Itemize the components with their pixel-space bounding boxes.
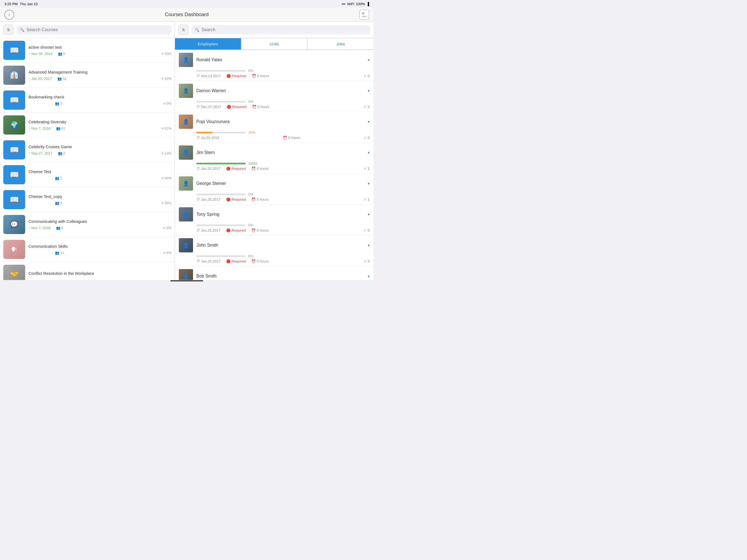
course-search-wrapper[interactable]: 🔍: [17, 25, 172, 34]
employee-meta: ⏱ Jan,25,2017 🔴 Required ⏰ 0 hours ✓ 0: [196, 259, 370, 263]
course-item[interactable]: 📖 active shooter test ↑ Nov 30, 2018 👥 5: [0, 38, 175, 63]
employee-name: Damon Warren: [196, 88, 364, 93]
course-search-input[interactable]: [27, 27, 168, 32]
check-icon: ✓: [364, 105, 367, 109]
employee-item[interactable]: 👤 John Smith ▾ 0% ⏱ Jan,25,2017: [175, 235, 374, 266]
tab-units[interactable]: Units: [241, 38, 308, 50]
tab-employees[interactable]: Employees: [175, 38, 241, 50]
employee-meta: ⏱ Jan,25,2017 🔴 Required ⏰ 0 hours ✓ 0: [196, 228, 370, 232]
course-progress: ≡ 81%: [161, 126, 172, 130]
employee-item[interactable]: 👤 George Steiner ▾ 0% ⏱ Jan,25,2017: [175, 174, 374, 205]
progress-icon: ≡: [161, 126, 163, 130]
employee-item[interactable]: 👤 Ronald Yates ▾ 0% ⏱ Nov,13,2017: [175, 50, 374, 81]
employee-header: 👤 Ronald Yates ▾: [179, 53, 370, 67]
users-icon: 👥: [56, 226, 60, 230]
employee-item[interactable]: 👤 Jim Stern ▾ 100% ⏱ Jan,25,2017: [175, 143, 374, 174]
progress-icon: ≡: [161, 151, 163, 155]
course-item[interactable]: 💬 Communicating with Colleagues ↑ Nov 7,…: [0, 212, 175, 237]
course-thumbnail: 📖: [3, 91, 25, 110]
course-title: Communicating with Colleagues: [28, 219, 172, 224]
course-progress: ≡ 10%: [161, 77, 172, 81]
course-date: ↑ Jan 25, 2017: [28, 77, 52, 81]
arrow-up-icon: ↑: [28, 151, 30, 155]
chevron-down-icon: ▾: [368, 58, 370, 62]
employee-search-input[interactable]: [202, 27, 367, 32]
employee-item[interactable]: 👤 Tony Spring ▾ 0% ⏱ Jan,25,2017: [175, 205, 374, 235]
course-meta: ↑ Nov 30, 2018 👥 5 ≡ 20%: [28, 52, 172, 56]
arrow-up-icon: ↑: [28, 52, 30, 56]
employee-hours: ⏰ 0 hours: [283, 136, 300, 140]
employee-avatar: 👤: [179, 53, 193, 67]
tab-employees-label: Employees: [198, 42, 218, 46]
employee-name: Jim Stern: [196, 150, 364, 155]
course-item[interactable]: 📖 Cheese Test ↑ placeholder 👥 2 ≡ 56%: [0, 162, 175, 187]
employee-required: 🔴 Required: [226, 198, 246, 202]
employee-name: George Steiner: [196, 181, 364, 186]
back-button[interactable]: ‹: [4, 10, 14, 20]
employee-hours: ⏰ 0 hours: [251, 198, 268, 202]
course-date: ↑ Sep 27, 2017: [28, 151, 52, 155]
battery-icon: ▐: [367, 2, 369, 6]
nav-bar: ‹ Courses Dashboard ⊞XLS: [0, 8, 374, 22]
required-icon: 🔴: [227, 105, 231, 109]
users-icon: 👥: [57, 77, 62, 81]
users-icon: 👥: [58, 52, 62, 56]
clock-icon: ⏱: [196, 74, 200, 78]
check-icon: ✓: [364, 167, 367, 171]
employee-item[interactable]: 👤 Damon Warren ▾ 0% ⏱ Dec,07,2017: [175, 81, 374, 112]
export-excel-button[interactable]: ⊞XLS: [359, 10, 369, 20]
employee-search-icon: 🔍: [195, 28, 199, 32]
progress-icon: ≡: [163, 101, 166, 105]
required-icon: 🔴: [226, 167, 231, 171]
employee-item[interactable]: 👤 Popi Vouzounara ▾ 33% ⏱ Jul,02,2018: [175, 112, 374, 143]
bottom-bar: [0, 280, 374, 282]
course-item[interactable]: 📖 Bookmarking check ↑ placeholder 👥 2 ≡ …: [0, 88, 175, 113]
progress-bar: [196, 194, 246, 195]
employee-meta: ⏱ Jan,25,2017 🔴 Required ⏰ 0 hours ✓ 1: [196, 167, 370, 171]
course-search-icon: 🔍: [20, 28, 24, 32]
progress-icon: ≡: [161, 52, 163, 56]
employee-sort-icon: ⇅: [182, 28, 185, 32]
employee-search-wrapper[interactable]: 🔍: [191, 25, 370, 34]
clock-icon: ⏱: [196, 167, 200, 171]
employee-meta: ⏱ Nov,13,2017 🔴 Required ⏰ 0 hours ✓ 0: [196, 74, 370, 78]
course-item[interactable]: 📖 Celebrity Cruises Game ↑ Sep 27, 2017 …: [0, 137, 175, 162]
employee-required: 🔴 Required: [226, 259, 246, 263]
employee-date: ⏱ Dec,07,2017: [196, 105, 221, 109]
employee-avatar: 👤: [179, 269, 193, 280]
employee-name: Tony Spring: [196, 212, 364, 217]
course-item[interactable]: 🤝 Conflict Resolution in the Workplace: [0, 262, 175, 280]
employee-name: Popi Vouzounara: [196, 119, 364, 124]
course-users: 👥 6: [56, 226, 63, 230]
employee-check: ✓ 0: [364, 259, 370, 263]
employee-hours: ⏰ 0 hours: [251, 167, 268, 171]
course-progress: ≡ 56%: [161, 176, 172, 180]
course-item[interactable]: 🗣 Communication Skills ↑ placeholder 👥 1…: [0, 237, 175, 262]
employee-sort-button[interactable]: ⇅: [178, 25, 189, 35]
course-info: Bookmarking check ↑ placeholder 👥 2 ≡ 0%: [28, 95, 172, 105]
page-title: Courses Dashboard: [165, 12, 209, 18]
status-date: Thu Jan 10: [20, 2, 37, 6]
employee-item[interactable]: 👤 Bob Smith ▾ 0% ⏱ Jan,25,2017: [175, 266, 374, 280]
course-item[interactable]: 📖 Cheese Test_copy ↑ placeholder 👥 4 ≡ 3…: [0, 187, 175, 212]
progress-bar: [196, 225, 246, 226]
course-thumbnail: 💬: [3, 215, 25, 234]
course-progress: ≡ 13%: [161, 151, 172, 155]
course-sort-button[interactable]: ⇅: [3, 25, 14, 35]
course-meta: ↑ placeholder 👥 2 ≡ 0%: [28, 101, 172, 105]
employee-required: 🔴 Required: [226, 167, 246, 171]
course-meta: ↑ placeholder 👥 11 ≡ 9%: [28, 251, 172, 255]
employee-date: ⏱ Jan,25,2017: [196, 228, 221, 232]
course-title: Cheese Test: [28, 169, 172, 174]
avatar-icon: 👤: [183, 180, 189, 186]
course-item[interactable]: 🌍 Celebrating Diversity ↑ Nov 7, 2016 👥 …: [0, 113, 175, 137]
signal-icon: ▪▪▪: [342, 2, 345, 6]
employee-avatar: 👤: [179, 84, 193, 98]
hours-icon: ⏰: [283, 136, 287, 140]
hours-icon: ⏰: [252, 105, 256, 109]
progress-bar: [196, 255, 246, 257]
course-item[interactable]: 👔 Advanced Management Training ↑ Jan 25,…: [0, 63, 175, 88]
course-meta: ↑ Sep 27, 2017 👥 2 ≡ 13%: [28, 151, 172, 155]
tab-jobs[interactable]: Jobs: [307, 38, 374, 50]
course-title: Bookmarking check: [28, 95, 172, 99]
